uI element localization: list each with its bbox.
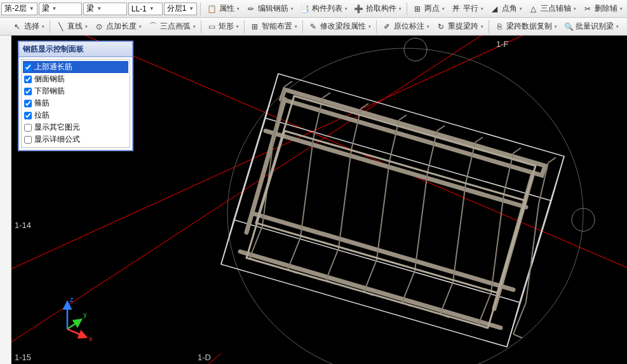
tb-平行-button[interactable]: 丼平行▾ <box>448 2 487 16</box>
chevron-down-icon: ▾ <box>291 6 293 11</box>
gizmo-z-label: z <box>70 295 74 303</box>
重提梁跨-icon: ↻ <box>436 22 446 32</box>
chevron-down-icon: ▼ <box>97 6 102 11</box>
矩形-icon: ▭ <box>206 22 217 32</box>
点角-icon: ◢ <box>490 4 500 14</box>
button-label: 批量识别梁 <box>576 21 614 32</box>
svg-line-2 <box>266 74 278 118</box>
member-dropdown[interactable]: LL-1 ▼ <box>128 3 163 15</box>
tb-属性-button[interactable]: 📋属性▾ <box>204 2 243 16</box>
chevron-down-icon: ▾ <box>368 24 371 29</box>
点加长度-icon: ⊙ <box>94 22 104 32</box>
tb-编辑钢筋-button[interactable]: ✏编辑钢筋▾ <box>243 2 297 16</box>
tb-点加长度-button[interactable]: ⊙点加长度▾ <box>91 20 145 34</box>
tb-选择-button[interactable]: ↖选择▾ <box>9 20 48 34</box>
tb-两点-button[interactable]: ⊞两点▾ <box>409 2 448 16</box>
panel-checkbox[interactable] <box>24 64 32 71</box>
button-label: 直线 <box>67 21 83 32</box>
直线-icon: ╲ <box>55 22 65 32</box>
tb-重提梁跨-button[interactable]: ↻重提梁跨▾ <box>433 20 487 34</box>
tb-拾取构件-button[interactable]: ➕拾取构件▾ <box>351 2 405 16</box>
tb-修改梁段属性-button[interactable]: ✎修改梁段属性▾ <box>305 20 374 34</box>
svg-line-3 <box>551 156 564 201</box>
button-label: 智能布置 <box>262 21 292 32</box>
rebar-display-panel[interactable]: 钢筋显示控制面板 上部通长筋侧面钢筋下部钢筋箍筋拉筋显示其它图元显示详细公式 <box>18 41 133 151</box>
tb-直线-button[interactable]: ╲直线▾ <box>52 20 91 34</box>
button-label: 三点辅轴 <box>541 3 571 14</box>
chevron-down-icon: ▾ <box>295 24 297 29</box>
chevron-down-icon: ▾ <box>481 6 483 11</box>
panel-item-label: 显示详细公式 <box>34 134 80 145</box>
toolbar-secondary: ↖选择▾╲直线▾⊙点加长度▾⌒三点画弧▾▭矩形▾⊞智能布置▾✎修改梁段属性▾✐原… <box>0 18 627 36</box>
separator <box>50 20 50 33</box>
ruler-left <box>0 36 11 364</box>
button-label: 平行 <box>463 3 478 14</box>
panel-item-label: 显示其它图元 <box>34 122 80 133</box>
panel-item-5[interactable]: 显示其它图元 <box>23 121 128 133</box>
axis-label-115: 1-15 <box>13 352 33 363</box>
panel-item-1[interactable]: 侧面钢筋 <box>23 73 128 85</box>
tb-构件列表-button[interactable]: 📑构件列表▾ <box>297 2 351 16</box>
category-value: 梁 <box>42 3 50 14</box>
gizmo-x-axis <box>67 329 86 337</box>
layer-value: 分层1 <box>167 3 187 14</box>
type-value: 梁 <box>86 3 94 14</box>
button-label: 删除辅 <box>595 3 617 14</box>
floor-value: 第-2层 <box>4 3 27 14</box>
separator <box>407 3 407 15</box>
toolbar-primary: 第-2层 ▼ 梁 ▼ 梁 ▼ LL-1 ▼ 分层1 ▼ 📋属性▾✏编辑钢筋▾📑构… <box>0 0 627 18</box>
panel-item-3[interactable]: 箍筋 <box>23 97 128 109</box>
panel-checkbox[interactable] <box>24 112 32 119</box>
tb-智能布置-button[interactable]: ⊞智能布置▾ <box>246 20 300 34</box>
chevron-down-icon: ▾ <box>85 24 88 29</box>
view-gizmo[interactable]: x y z <box>50 294 100 345</box>
axis-label-114: 1-14 <box>13 220 33 231</box>
axis-label-1d: 1-D <box>196 352 213 363</box>
separator <box>201 20 201 33</box>
panel-checkbox[interactable] <box>24 136 32 144</box>
两点-icon: ⊞ <box>412 4 422 14</box>
智能布置-icon: ⊞ <box>250 22 260 32</box>
chevron-down-icon: ▾ <box>427 24 429 29</box>
构件列表-icon: 📑 <box>300 4 310 14</box>
chevron-down-icon: ▾ <box>139 24 142 29</box>
chevron-down-icon: ▼ <box>189 6 194 11</box>
category-dropdown[interactable]: 梁 ▼ <box>39 3 83 15</box>
panel-checkbox[interactable] <box>24 124 32 131</box>
panel-item-label: 箍筋 <box>34 98 50 109</box>
separator <box>302 20 303 33</box>
floor-dropdown[interactable]: 第-2层 ▼ <box>1 3 37 15</box>
type-dropdown[interactable]: 梁 ▼ <box>83 3 127 15</box>
separator <box>244 20 245 33</box>
chevron-down-icon: ▾ <box>193 24 196 29</box>
panel-checkbox[interactable] <box>24 100 32 107</box>
panel-checkbox[interactable] <box>24 76 32 83</box>
tb-批量识别梁-button[interactable]: 🔍批量识别梁▾ <box>560 20 622 34</box>
viewport-3d[interactable]: 钢筋显示控制面板 上部通长筋侧面钢筋下部钢筋箍筋拉筋显示其它图元显示详细公式 <box>11 36 627 364</box>
tb-删除辅-button[interactable]: ✂删除辅▾ <box>579 2 626 16</box>
layer-dropdown[interactable]: 分层1 ▼ <box>164 3 198 15</box>
tb-三点画弧-button[interactable]: ⌒三点画弧▾ <box>145 20 199 34</box>
tb-梁跨数据复制-button[interactable]: ⎘梁跨数据复制▾ <box>491 20 560 34</box>
tb-点角-button[interactable]: ◢点角▾ <box>487 2 525 16</box>
button-label: 编辑钢筋 <box>258 3 288 14</box>
panel-checkbox[interactable] <box>24 88 32 95</box>
panel-item-4[interactable]: 拉筋 <box>23 109 128 121</box>
chevron-down-icon: ▾ <box>620 6 623 11</box>
button-label: 矩形 <box>219 21 234 32</box>
chevron-down-icon: ▾ <box>481 24 483 29</box>
separator <box>489 20 489 33</box>
gizmo-y-label: y <box>83 311 87 318</box>
tb-原位标注-button[interactable]: ✐原位标注▾ <box>379 20 433 34</box>
panel-item-2[interactable]: 下部钢筋 <box>23 85 128 97</box>
chevron-down-icon: ▾ <box>237 6 239 11</box>
tb-矩形-button[interactable]: ▭矩形▾ <box>203 20 242 34</box>
tb-三点辅轴-button[interactable]: △三点辅轴▾ <box>525 2 579 16</box>
panel-item-0[interactable]: 上部通长筋 <box>23 61 128 73</box>
button-label: 原位标注 <box>394 21 424 32</box>
separator <box>200 3 201 15</box>
panel-item-label: 侧面钢筋 <box>34 74 65 84</box>
svg-line-5 <box>221 220 234 264</box>
panel-item-6[interactable]: 显示详细公式 <box>23 133 128 145</box>
chevron-down-icon: ▾ <box>399 6 401 11</box>
